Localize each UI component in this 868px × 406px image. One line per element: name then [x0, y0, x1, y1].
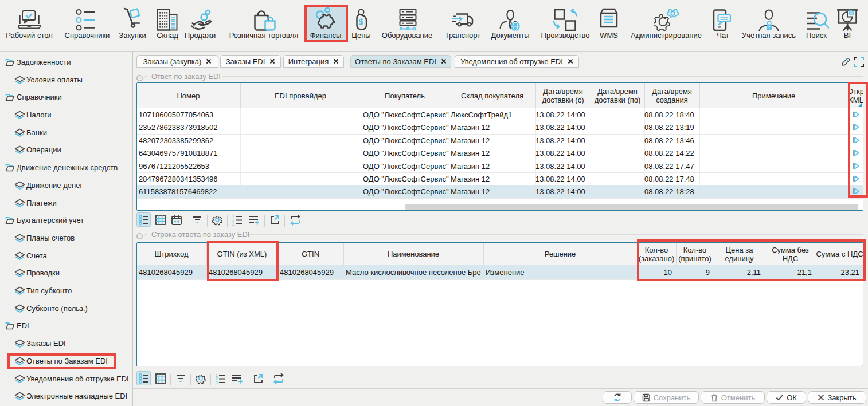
svg-text:3: 3: [216, 381, 218, 385]
svg-text:3: 3: [232, 222, 234, 226]
